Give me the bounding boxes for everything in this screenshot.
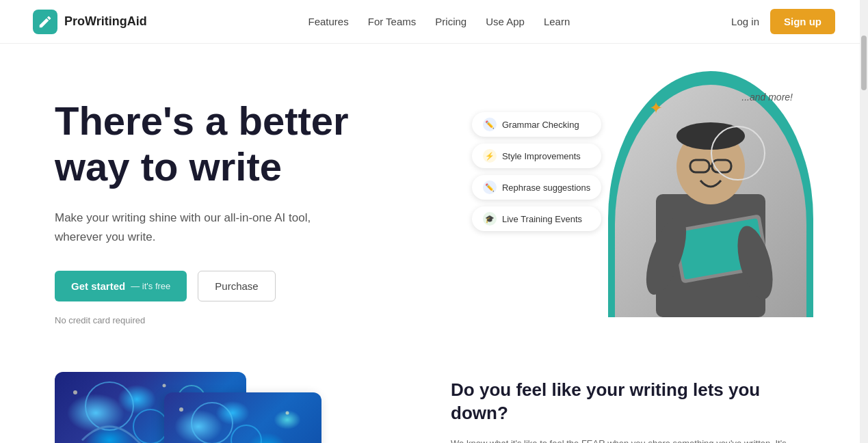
get-started-button[interactable]: Get started — it's free xyxy=(55,271,187,301)
hero-subtitle: Make your writing shine with our all-in-… xyxy=(55,209,342,245)
more-label: ...and more! xyxy=(741,92,793,103)
svg-point-19 xyxy=(179,407,183,412)
circle-decoration xyxy=(711,126,765,180)
bottom-body: We know what it's like to feel the FEAR … xyxy=(451,436,813,443)
hero-image-area: ✏️ Grammar Checking ⚡ Style Improvements… xyxy=(472,85,813,331)
feature-pills: ✏️ Grammar Checking ⚡ Style Improvements… xyxy=(472,112,601,231)
hero-title-line2: way to write xyxy=(55,144,282,189)
nav-use-app[interactable]: Use App xyxy=(486,16,525,27)
person-silhouette xyxy=(615,85,806,317)
hero-content: There's a better way to write Make your … xyxy=(55,85,472,325)
grammar-icon: ✏️ xyxy=(483,118,497,131)
hero-person-image xyxy=(608,71,813,317)
rephrase-icon: ✏️ xyxy=(483,180,497,194)
svg-point-17 xyxy=(192,403,233,443)
brand-logo-icon xyxy=(33,10,57,34)
style-icon: ⚡ xyxy=(483,149,497,163)
scrollbar[interactable] xyxy=(860,0,868,443)
bottom-section: My idea in my head Do you feel like your… xyxy=(0,358,868,443)
pill-rephrase-label: Rephrase suggestions xyxy=(502,183,590,193)
pill-training: 🎓 Live Training Events xyxy=(472,206,601,231)
nav-learn[interactable]: Learn xyxy=(544,16,570,27)
hero-title-line1: There's a better xyxy=(55,98,349,143)
svg-point-10 xyxy=(86,382,133,430)
star-decoration: ✦ xyxy=(649,98,663,118)
login-button[interactable]: Log in xyxy=(731,16,759,27)
nav-pricing[interactable]: Pricing xyxy=(435,16,466,27)
svg-point-11 xyxy=(133,410,168,443)
pill-style: ⚡ Style Improvements xyxy=(472,144,601,168)
hero-title: There's a better way to write xyxy=(55,98,472,189)
svg-point-13 xyxy=(73,390,77,394)
pill-grammar-label: Grammar Checking xyxy=(502,120,579,130)
no-credit-text: No credit card required xyxy=(55,315,472,325)
hero-section: There's a better way to write Make your … xyxy=(0,44,868,358)
purchase-button[interactable]: Purchase xyxy=(198,271,275,301)
svg-point-18 xyxy=(231,425,261,443)
free-label: — it's free xyxy=(131,281,170,291)
get-started-label: Get started xyxy=(71,280,125,292)
pill-training-label: Live Training Events xyxy=(502,214,582,224)
brand-name-text: ProWritingAid xyxy=(64,14,147,29)
signup-button[interactable]: Sign up xyxy=(770,9,835,34)
bottom-heading: Do you feel like your writing lets you d… xyxy=(451,379,813,425)
bottom-text: Do you feel like your writing lets you d… xyxy=(451,372,813,443)
hero-buttons: Get started — it's free Purchase xyxy=(55,271,472,301)
bottom-images: My idea in my head xyxy=(55,372,396,443)
training-icon: 🎓 xyxy=(483,212,497,226)
pill-rephrase: ✏️ Rephrase suggestions xyxy=(472,175,601,200)
svg-point-20 xyxy=(286,412,289,415)
nav-features[interactable]: Features xyxy=(308,16,349,27)
nav-links: Features For Teams Pricing Use App Learn xyxy=(308,16,570,27)
svg-point-14 xyxy=(163,384,166,388)
pill-style-label: Style Improvements xyxy=(502,151,581,161)
nav-for-teams[interactable]: For Teams xyxy=(368,16,417,27)
brand-logo-link[interactable]: ProWritingAid xyxy=(33,10,147,34)
scrollbar-thumb[interactable] xyxy=(861,36,867,90)
image-card-front xyxy=(164,392,321,443)
nav-actions: Log in Sign up xyxy=(731,9,835,34)
navbar: ProWritingAid Features For Teams Pricing… xyxy=(0,0,868,44)
pill-grammar: ✏️ Grammar Checking xyxy=(472,112,601,137)
